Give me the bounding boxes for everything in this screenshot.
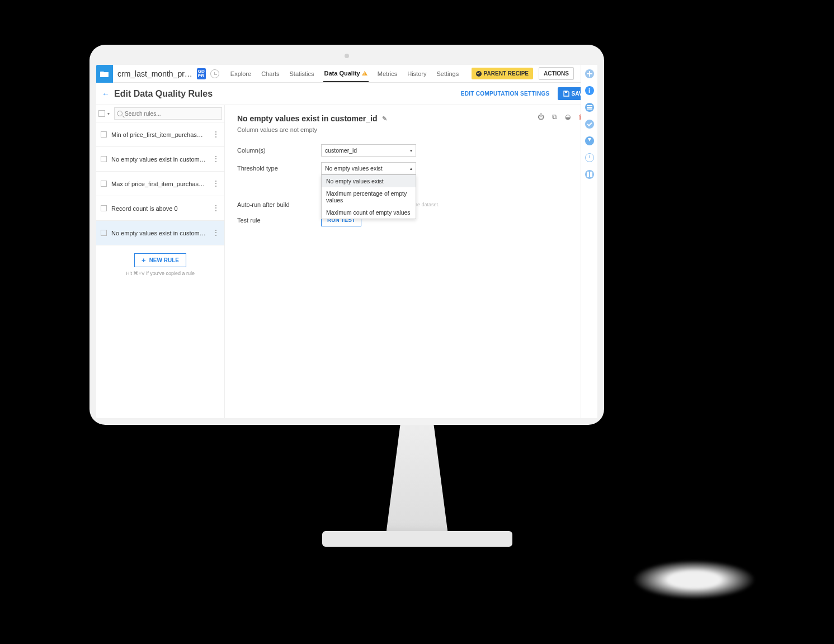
threshold-label: Threshold type [237, 165, 321, 172]
monitor-frame: crm_last_month_pr… GD PR Explore Charts … [89, 45, 604, 425]
rule-checkbox[interactable] [101, 131, 107, 138]
tabs: Explore Charts Statistics Data Quality M… [229, 65, 460, 82]
more-icon[interactable]: ⋮ [212, 207, 220, 210]
power-icon[interactable]: ⏻ [538, 113, 544, 121]
rule-row[interactable]: Max of price_first_item_purchas…⋮ [96, 172, 224, 196]
more-icon[interactable]: ⋮ [212, 182, 220, 186]
rules-list: Min of price_first_item_purchas…⋮No empt… [96, 122, 224, 245]
rail-info-icon[interactable]: i [585, 86, 594, 95]
threshold-dropdown: No empty values existMaximum percentage … [321, 174, 416, 219]
select-all-checkbox[interactable] [98, 110, 105, 117]
rail-download-icon[interactable] [585, 136, 594, 145]
rule-checkbox[interactable] [101, 181, 107, 187]
detail-title-row: No empty values exist in customer_id ✎ [237, 114, 585, 123]
tab-metrics[interactable]: Metrics [376, 65, 398, 82]
rule-label: Record count is above 0 [111, 205, 208, 212]
rule-checkbox[interactable] [101, 156, 107, 162]
rail-add-icon[interactable] [585, 69, 594, 78]
shadow-blob [633, 560, 756, 599]
tab-data-quality[interactable]: Data Quality [323, 65, 369, 82]
rule-row[interactable]: No empty values exist in custom…⋮ [96, 147, 224, 172]
threshold-option[interactable]: Maximum percentage of empty values [322, 187, 416, 206]
rule-row[interactable]: No empty values exist in custom…⋮ [96, 221, 224, 245]
columns-select[interactable]: customer_id ▾ [321, 144, 416, 157]
page-title: Edit Data Quality Rules [114, 89, 213, 99]
rule-detail: ⏻ ⧉ ◒ 🗑 No empty values exist in custome… [225, 105, 597, 418]
tab-statistics[interactable]: Statistics [289, 65, 315, 82]
new-rule-label: NEW RULE [149, 257, 179, 263]
threshold-option[interactable]: Maximum count of empty values [322, 206, 416, 219]
copy-hint: Hit ⌘+V if you've copied a rule [96, 271, 224, 276]
rule-label: No empty values exist in custom… [111, 156, 208, 163]
search-input[interactable] [125, 111, 219, 117]
row-threshold: Threshold type No empty values exist ▴ N… [237, 162, 585, 174]
rule-label: Max of price_first_item_purchas… [111, 181, 208, 187]
topbar: crm_last_month_pr… GD PR Explore Charts … [96, 65, 597, 83]
rule-label: Min of price_first_item_purchas… [111, 131, 208, 138]
rail-list-icon[interactable] [585, 103, 594, 112]
edit-computation-settings[interactable]: EDIT COMPUTATION SETTINGS [461, 91, 550, 97]
autorun-label: Auto-run after build [237, 201, 321, 208]
parent-recipe-button[interactable]: PARENT RECIPE [472, 68, 533, 79]
tab-data-quality-label: Data Quality [324, 70, 360, 77]
svg-rect-0 [565, 91, 567, 93]
dataset-name[interactable]: crm_last_month_pr… [115, 69, 195, 78]
caret-up-icon: ▴ [410, 166, 412, 171]
copy-icon[interactable]: ⧉ [552, 113, 557, 121]
rule-label: No empty values exist in custom… [111, 230, 208, 236]
tab-explore[interactable]: Explore [229, 65, 252, 82]
columns-label: Column(s) [237, 147, 321, 154]
camera-dot [345, 54, 349, 58]
right-rail: i [581, 65, 597, 418]
subheader: ← Edit Data Quality Rules EDIT COMPUTATI… [96, 83, 597, 105]
monitor-stand [361, 425, 473, 537]
actions-button[interactable]: ACTIONS [539, 67, 574, 80]
rail-columns-icon[interactable] [585, 170, 594, 179]
row-columns: Column(s) customer_id ▾ [237, 144, 585, 157]
save-icon [563, 91, 569, 97]
search-wrap [114, 107, 222, 120]
plus-icon: + [142, 258, 146, 263]
testrule-label: Test rule [237, 217, 321, 224]
rule-checkbox[interactable] [101, 230, 107, 236]
detail-title: No empty values exist in customer_id [237, 114, 378, 123]
check-icon [476, 71, 482, 77]
parent-recipe-label: PARENT RECIPE [484, 70, 529, 77]
rule-row[interactable]: Min of price_first_item_purchas…⋮ [96, 122, 224, 147]
search-icon [117, 111, 122, 116]
more-icon[interactable]: ⋮ [212, 158, 220, 161]
rule-row[interactable]: Record count is above 0⋮ [96, 196, 224, 221]
body: ▾ Min of price_first_item_purchas…⋮No em… [96, 105, 597, 418]
more-icon[interactable]: ⋮ [212, 231, 220, 235]
threshold-select[interactable]: No empty values exist ▴ No empty values … [321, 162, 416, 174]
rail-check-icon[interactable] [585, 120, 594, 129]
history-icon[interactable] [210, 69, 219, 78]
detail-actions: ⏻ ⧉ ◒ 🗑 [538, 113, 585, 121]
more-icon[interactable]: ⋮ [212, 133, 220, 136]
warning-icon [362, 71, 367, 75]
app-screen: crm_last_month_pr… GD PR Explore Charts … [96, 65, 597, 418]
rail-clock-icon[interactable] [585, 153, 594, 162]
caret-down-icon: ▾ [410, 148, 412, 153]
detail-subtitle: Column values are not empty [237, 126, 585, 133]
rule-checkbox[interactable] [101, 205, 107, 211]
threshold-value: No empty values exist [325, 165, 383, 172]
rules-panel: ▾ Min of price_first_item_purchas…⋮No em… [96, 105, 225, 418]
new-rule-button[interactable]: + NEW RULE [134, 253, 186, 267]
tab-charts[interactable]: Charts [260, 65, 280, 82]
back-link[interactable]: ← [102, 89, 110, 98]
chevron-down-icon[interactable]: ▾ [107, 111, 110, 116]
shield-icon[interactable]: ◒ [565, 113, 571, 121]
rules-toolbar: ▾ [96, 105, 224, 122]
gdpr-badge: GD PR [197, 68, 206, 79]
tab-history[interactable]: History [406, 65, 427, 82]
tab-settings[interactable]: Settings [435, 65, 460, 82]
columns-value: customer_id [325, 147, 357, 154]
folder-button[interactable] [96, 65, 113, 83]
monitor-base [322, 531, 512, 547]
pencil-icon[interactable]: ✎ [382, 115, 387, 122]
threshold-option[interactable]: No empty values exist [322, 175, 416, 187]
